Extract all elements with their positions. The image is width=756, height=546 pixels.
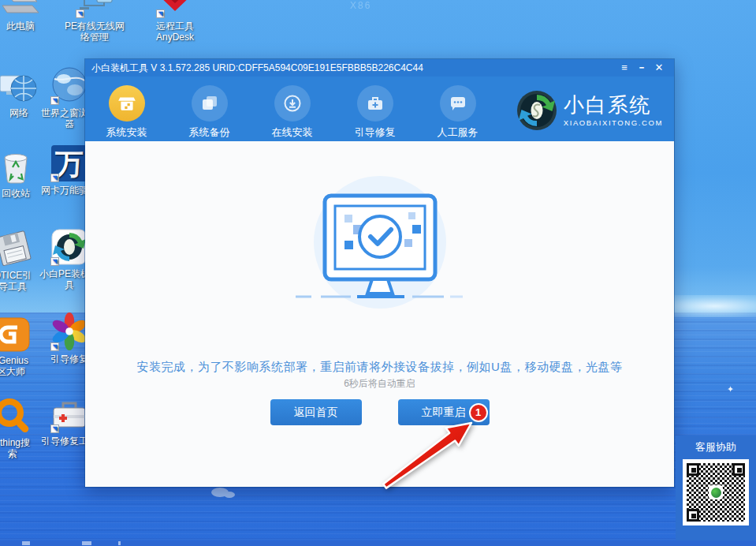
qr-finder-icon <box>687 463 699 476</box>
support-title: 客服协助 <box>695 440 736 454</box>
tab-label: 系统安装 <box>106 125 147 140</box>
computer-icon <box>1 0 40 19</box>
icon-label: 此电脑 <box>6 21 35 32</box>
icon-label: ything搜 <box>0 437 30 448</box>
globe-browser-icon: ◥ <box>50 66 89 106</box>
window-nav: 系统安装 系统备份 在线安装 引导修复 人工服务 <box>85 77 674 141</box>
icon-label: 索 <box>8 448 17 459</box>
back-home-button[interactable]: 返回首页 <box>270 399 362 425</box>
toolbox-icon: ◥ <box>50 395 89 434</box>
support-panel: 客服协助 <box>676 436 756 540</box>
tab-boot-repair[interactable]: 引导修复 <box>333 77 416 141</box>
recycle-bin-icon <box>0 147 35 186</box>
annotation-arrow <box>377 409 487 496</box>
icon-label: 网络 <box>9 107 28 118</box>
completion-message: 安装完成，为了不影响系统部署，重启前请将外接设备拔掉，例如U盘，移动硬盘，光盘等 <box>85 360 674 375</box>
shortcut-arrow-icon: ◥ <box>50 174 59 182</box>
tab-system-backup[interactable]: 系统备份 <box>168 77 251 141</box>
backup-icon <box>192 85 228 122</box>
icon-label: 远程工具 <box>156 21 194 32</box>
brand-name: 小白系统 <box>564 95 663 115</box>
tab-online-install[interactable]: 在线安装 <box>251 77 333 141</box>
shortcut-arrow-icon: ◥ <box>50 342 59 351</box>
floppy-disk-icon <box>0 229 32 268</box>
network-icon <box>0 66 39 106</box>
qr-finder-icon <box>732 463 745 476</box>
menu-icon[interactable]: ≡ <box>616 59 633 77</box>
icon-label: kGenius <box>0 355 28 366</box>
xiaobai-pe-icon: ◥ <box>50 227 89 267</box>
anydesk-icon: ◥ <box>155 0 195 19</box>
qr-finder-icon <box>687 509 699 522</box>
auto-restart-countdown: 6秒后将自动重启 <box>85 377 674 391</box>
window-titlebar[interactable]: 小白装机工具 V 3.1.572.285 URID:CDFF5A594C09E1… <box>85 59 674 77</box>
desktop-watermark: X86 <box>350 0 371 11</box>
install-box-icon <box>109 85 145 122</box>
download-icon <box>274 85 311 122</box>
desktop-icon-anydesk[interactable]: ◥ 远程工具 AnyDesk <box>140 0 210 43</box>
icon-label: 导工具 <box>0 281 27 292</box>
network-manager-icon: ◥ <box>75 0 114 19</box>
icon-label: AnyDesk <box>156 32 194 43</box>
close-icon[interactable]: ✕ <box>650 59 668 77</box>
diskgenius-icon <box>0 314 31 353</box>
taskbar[interactable] <box>0 540 756 546</box>
desktop-icon-pe-network[interactable]: ◥ PE有线无线网 络管理 <box>60 0 129 43</box>
qr-center-logo-icon <box>709 485 723 499</box>
icon-label: OTICE引 <box>0 270 32 281</box>
tab-human-service[interactable]: 人工服务 <box>416 77 499 141</box>
icon-label: 络管理 <box>80 32 109 43</box>
brand-domain: XIAOBAIXITONG.COM <box>564 118 663 127</box>
icon-label: 具 <box>65 279 74 290</box>
shortcut-arrow-icon: ◥ <box>50 424 59 433</box>
tab-label: 引导修复 <box>355 125 396 140</box>
shortcut-arrow-icon: ◥ <box>50 257 59 266</box>
shortcut-arrow-icon: ◥ <box>50 96 59 105</box>
window-title: 小白装机工具 V 3.1.572.285 URID:CDFF5A594C09E1… <box>91 62 616 75</box>
cloud <box>211 486 243 499</box>
icon-label: 器 <box>65 118 74 129</box>
icon-label: 回收站 <box>2 188 30 199</box>
tab-system-install[interactable]: 系统安装 <box>85 77 168 141</box>
icon-label: PE有线无线网 <box>65 21 125 32</box>
shortcut-arrow-icon: ◥ <box>156 9 165 18</box>
xiaobai-logo-icon <box>516 90 557 131</box>
icon-label: 引导修复 <box>50 353 88 365</box>
desktop-icon-this-pc[interactable]: 此电脑 <box>0 0 55 32</box>
tab-label: 系统备份 <box>189 125 230 140</box>
icon-label: 区大师 <box>0 366 25 377</box>
wan-driver-icon: 万 ◥ <box>50 144 89 183</box>
sea-sparkle: ✦ <box>727 384 734 395</box>
tab-label: 人工服务 <box>438 125 479 140</box>
tab-label: 在线安装 <box>272 125 313 140</box>
search-icon <box>0 396 32 436</box>
minimize-icon[interactable]: ━ <box>633 59 650 77</box>
shortcut-arrow-icon: ◥ <box>76 9 84 18</box>
repair-kit-icon <box>357 85 393 122</box>
support-qr-code <box>683 459 749 525</box>
chat-icon <box>440 85 476 122</box>
install-complete-illustration <box>289 176 471 314</box>
pinwheel-icon: ◥ <box>50 312 89 352</box>
brand-logo: 小白系统 XIAOBAIXITONG.COM <box>516 90 663 131</box>
